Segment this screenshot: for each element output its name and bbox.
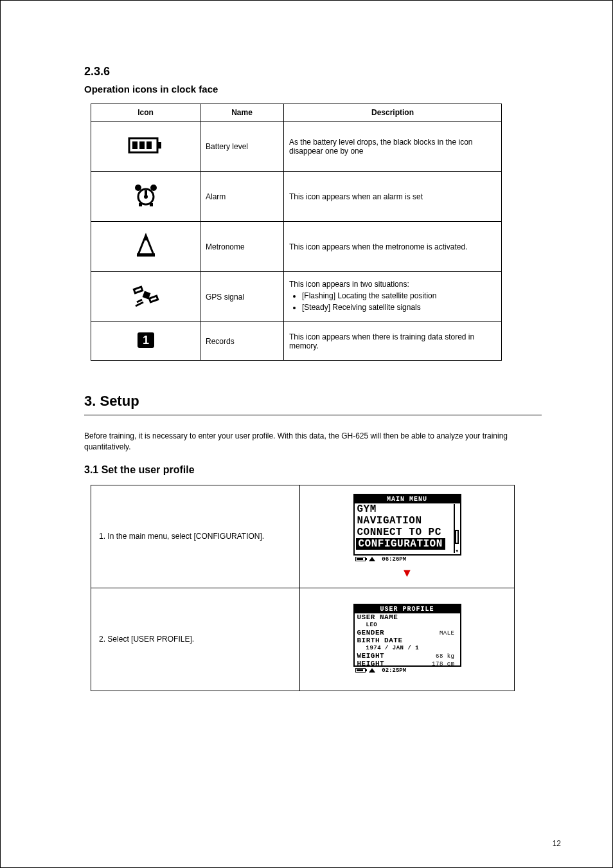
battery-icon	[355, 668, 366, 673]
lcd-status-bar: 06:26PM	[353, 556, 461, 563]
icon-name: Metronome	[200, 222, 284, 272]
records-icon: 1	[136, 331, 155, 351]
lcd-menu-item-selected: CONFIGURATION	[356, 538, 445, 550]
page-number: 12	[553, 839, 561, 848]
svg-rect-2	[132, 141, 138, 149]
lcd-screen-user-profile: USER PROFILE USER NAME LEO GENDER MALE B…	[353, 604, 461, 674]
lcd-title: MAIN MENU	[355, 495, 460, 503]
svg-rect-10	[139, 203, 142, 206]
subsection-title: Operation icons in clock face	[84, 84, 542, 95]
lcd-status-bar: 02:25PM	[353, 667, 461, 674]
icon-desc: As the battery level drops, the black bl…	[284, 122, 502, 172]
table-row: Metronome This icon appears when the met…	[91, 222, 502, 272]
table-row: 1 Records This icon appears when there i…	[91, 322, 502, 361]
svg-rect-11	[150, 203, 153, 206]
chapter-intro: Before training, it is necessary to ente…	[84, 431, 542, 453]
icon-desc: This icon appears when the metronome is …	[284, 222, 502, 272]
metronome-icon	[369, 668, 375, 673]
battery-icon	[355, 557, 366, 561]
metronome-icon	[369, 557, 375, 561]
metronome-icon	[133, 233, 159, 260]
table-row: GPS signal This icon appears in two situ…	[91, 272, 502, 322]
satellite-icon	[132, 283, 160, 311]
icon-name: GPS signal	[200, 272, 284, 322]
svg-line-18	[137, 300, 142, 302]
table-row: Battery level As the battery level drops…	[91, 122, 502, 172]
icon-name: Records	[200, 322, 284, 361]
table-row: 2. Select [USER PROFILE]. USER PROFILE U…	[91, 588, 515, 691]
down-arrow-icon: ▼	[300, 567, 514, 579]
lcd-screen-main-menu: MAIN MENU GYM NAVIGATION CONNECT TO PC C…	[353, 494, 461, 563]
col-header-name: Name	[200, 104, 284, 122]
svg-rect-17	[149, 296, 157, 302]
svg-rect-1	[157, 142, 161, 149]
subsection-number: 2.3.6	[84, 65, 542, 78]
alarm-clock-icon	[132, 183, 160, 210]
lcd-title: USER PROFILE	[355, 605, 460, 613]
chapter-title: 3. Setup	[84, 393, 542, 410]
svg-rect-7	[145, 190, 147, 197]
lcd-menu-item: NAVIGATION	[355, 515, 460, 527]
svg-rect-13	[137, 253, 155, 257]
svg-line-19	[136, 302, 143, 306]
lcd-field-label: GENDER	[357, 629, 385, 637]
step-text: Select [USER PROFILE].	[107, 635, 194, 644]
icon-desc: This icon appears when there is training…	[284, 322, 502, 361]
step-table: 1. In the main menu, select [CONFIGURATI…	[91, 485, 515, 691]
lcd-field-value: LEO	[355, 622, 460, 629]
icon-name: Alarm	[200, 172, 284, 222]
step-number: 1.	[99, 532, 105, 541]
col-header-icon: Icon	[91, 104, 200, 122]
lcd-field-label: WEIGHT	[357, 652, 385, 660]
lcd-field-label: HEIGHT	[357, 660, 385, 667]
lcd-field-value: 1974 / JAN / 1	[355, 645, 460, 652]
svg-rect-3	[139, 141, 145, 149]
lcd-field-label: USER NAME	[355, 613, 460, 622]
col-header-desc: Description	[284, 104, 502, 122]
svg-point-8	[135, 185, 141, 191]
section-rule	[84, 415, 542, 415]
battery-icon	[127, 136, 165, 157]
lcd-field-value: 178 cm	[432, 660, 454, 667]
icon-desc: This icon appears in two situations: [Fl…	[284, 272, 502, 322]
lcd-field-label: BIRTH DATE	[355, 637, 460, 645]
lcd-menu-item: GYM	[355, 503, 460, 515]
table-row: 1. In the main menu, select [CONFIGURATI…	[91, 485, 515, 588]
icon-name: Battery level	[200, 122, 284, 172]
svg-text:1: 1	[142, 334, 148, 347]
lcd-time: 06:26PM	[382, 556, 406, 563]
svg-point-9	[150, 185, 157, 191]
icon-table: Icon Name Description	[91, 104, 502, 361]
table-row: Alarm This icon appears when an alarm is…	[91, 172, 502, 222]
lcd-field-value: 68 kg	[436, 652, 455, 660]
svg-rect-16	[134, 287, 142, 293]
step-text: In the main menu, select [CONFIGURATION]…	[107, 532, 264, 541]
svg-rect-4	[147, 141, 152, 149]
step-number: 2.	[99, 635, 105, 644]
lcd-time: 02:25PM	[382, 667, 406, 674]
lcd-scrollbar: ▴ ▾	[454, 504, 459, 553]
lcd-menu-item: CONNECT TO PC	[355, 527, 460, 538]
lcd-field-value: MALE	[440, 629, 455, 637]
svg-rect-14	[145, 238, 147, 240]
icon-desc: This icon appears when an alarm is set	[284, 172, 502, 222]
subsection-3-1: 3.1 Set the user profile	[84, 464, 542, 476]
